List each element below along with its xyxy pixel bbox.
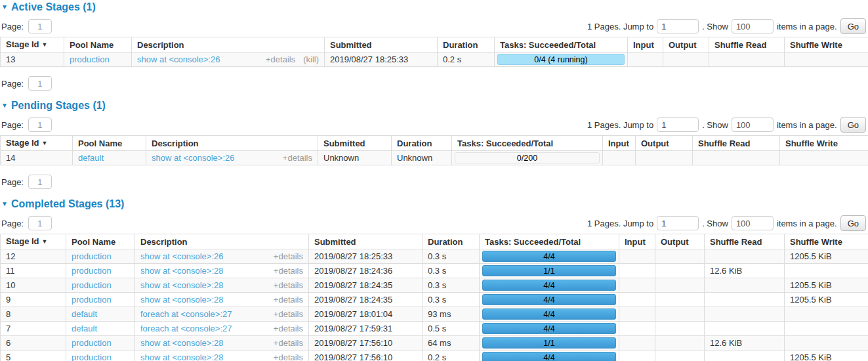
kill-link[interactable]: (kill) (303, 54, 319, 64)
column-header-pool-name[interactable]: Pool Name (64, 37, 132, 53)
show-label: . Show (702, 22, 728, 32)
details-toggle[interactable]: +details (283, 153, 312, 163)
description-cell: foreach at <console>:27+details (135, 307, 309, 322)
column-header-tasks-succeeded-total[interactable]: Tasks: Succeeded/Total (495, 37, 628, 53)
stage-description-link[interactable]: show at <console>:28 (140, 295, 223, 305)
column-header-output[interactable]: Output (655, 234, 705, 249)
stage-row: 12productionshow at <console>:26+details… (1, 249, 868, 264)
pool-name-link[interactable]: production (72, 338, 112, 348)
stage-description-link[interactable]: show at <console>:28 (140, 352, 223, 361)
page-number-input[interactable] (28, 76, 52, 91)
column-header-output[interactable]: Output (636, 136, 693, 151)
duration-cell: 0.2 s (438, 53, 495, 67)
pool-name-link[interactable]: production (72, 352, 112, 361)
column-header-input[interactable]: Input (628, 37, 663, 53)
stage-description-link[interactable]: show at <console>:28 (140, 280, 223, 290)
details-toggle[interactable]: +details (274, 266, 303, 276)
details-toggle[interactable]: +details (274, 295, 303, 305)
column-header-label: Description (152, 138, 199, 148)
column-header-duration[interactable]: Duration (423, 234, 480, 249)
stage-description-link[interactable]: show at <console>:26 (137, 54, 220, 64)
description-actions: +details (274, 324, 303, 333)
column-header-duration[interactable]: Duration (438, 37, 495, 53)
column-header-label: Output (661, 237, 689, 247)
stage-description-link[interactable]: show at <console>:26 (140, 251, 223, 261)
pending-stages-heading[interactable]: ▼Pending Stages (1) (1, 100, 867, 112)
column-header-shuffle-write[interactable]: Shuffle Write (785, 234, 868, 249)
details-toggle[interactable]: +details (274, 324, 303, 333)
output-cell (655, 322, 705, 336)
column-header-duration[interactable]: Duration (392, 136, 452, 151)
column-header-description[interactable]: Description (146, 136, 318, 151)
stage-description-link[interactable]: show at <console>:26 (152, 153, 234, 163)
stage-description-link[interactable]: show at <console>:28 (140, 266, 223, 276)
sort-desc-icon: ▼ (42, 140, 48, 146)
column-header-label: Duration (397, 138, 432, 148)
column-header-shuffle-read[interactable]: Shuffle Read (709, 37, 785, 53)
description-content: show at <console>:26+details (152, 153, 312, 163)
completed-stages-heading[interactable]: ▼Completed Stages (13) (1, 198, 867, 210)
pool-name-link[interactable]: production (72, 280, 112, 290)
stage-description-link[interactable]: show at <console>:28 (140, 338, 223, 348)
column-header-shuffle-read[interactable]: Shuffle Read (693, 136, 780, 151)
task-progress-bar: 0/4 (4 running) (497, 54, 625, 65)
column-header-submitted[interactable]: Submitted (309, 234, 423, 249)
details-toggle[interactable]: +details (266, 54, 295, 64)
description-content: show at <console>:28+details (140, 266, 303, 276)
description-actions: +details (274, 266, 303, 276)
column-header-description[interactable]: Description (132, 37, 325, 53)
jump-to-page-input[interactable] (657, 216, 699, 230)
column-header-shuffle-read[interactable]: Shuffle Read (705, 234, 785, 249)
column-header-stage-id[interactable]: Stage Id▼ (1, 136, 73, 151)
stage-description-link[interactable]: foreach at <console>:27 (140, 324, 232, 333)
column-header-submitted[interactable]: Submitted (325, 37, 438, 53)
sort-desc-icon: ▼ (42, 238, 48, 245)
details-toggle[interactable]: +details (274, 338, 303, 348)
column-header-pool-name[interactable]: Pool Name (73, 136, 146, 151)
column-header-input[interactable]: Input (619, 234, 655, 249)
active-stages-heading[interactable]: ▼Active Stages (1) (1, 1, 867, 13)
details-toggle[interactable]: +details (274, 309, 303, 319)
column-header-label: Stage Id (6, 138, 39, 148)
jump-to-page-input[interactable] (657, 19, 699, 33)
input-cell (619, 307, 655, 322)
task-progress-label: 4/4 (543, 281, 554, 290)
column-header-label: Tasks: Succeeded/Total (457, 138, 553, 148)
pool-name-link[interactable]: default (72, 324, 97, 333)
details-toggle[interactable]: +details (274, 352, 303, 361)
column-header-tasks-succeeded-total[interactable]: Tasks: Succeeded/Total (480, 234, 619, 249)
pool-name-link[interactable]: production (72, 251, 112, 261)
go-button[interactable]: Go (840, 117, 866, 133)
pool-name-link[interactable]: default (78, 153, 104, 163)
page-number-input[interactable] (28, 117, 52, 132)
items-per-page-input[interactable] (732, 19, 774, 33)
column-header-stage-id[interactable]: Stage Id▼ (1, 234, 66, 249)
column-header-tasks-succeeded-total[interactable]: Tasks: Succeeded/Total (452, 136, 603, 151)
pool-name-link[interactable]: production (72, 295, 112, 305)
page-number-input[interactable] (28, 175, 52, 189)
pool-name-link[interactable]: default (72, 309, 97, 319)
jump-to-page-input[interactable] (657, 117, 699, 132)
go-button[interactable]: Go (840, 215, 866, 231)
column-header-shuffle-write[interactable]: Shuffle Write (785, 37, 868, 53)
stage-description-link[interactable]: foreach at <console>:27 (140, 309, 232, 319)
column-header-description[interactable]: Description (135, 234, 309, 249)
column-header-shuffle-write[interactable]: Shuffle Write (780, 136, 868, 151)
column-header-input[interactable]: Input (603, 136, 636, 151)
pool-name-link[interactable]: production (72, 266, 112, 276)
column-header-label: Duration (443, 40, 478, 50)
details-toggle[interactable]: +details (274, 251, 303, 261)
items-per-page-input[interactable] (732, 117, 774, 132)
page-number-input[interactable] (28, 216, 52, 230)
section-completed-stages: ▼Completed Stages (13) Page: 1 Pages. Ju… (0, 198, 868, 361)
details-toggle[interactable]: +details (274, 280, 303, 290)
pool-name-link[interactable]: production (70, 54, 110, 64)
items-per-page-input[interactable] (732, 216, 774, 230)
column-header-pool-name[interactable]: Pool Name (66, 234, 135, 249)
go-button[interactable]: Go (840, 18, 866, 34)
column-header-output[interactable]: Output (663, 37, 709, 53)
task-progress-bar: 4/4 (482, 294, 616, 305)
column-header-stage-id[interactable]: Stage Id▼ (1, 37, 64, 53)
column-header-submitted[interactable]: Submitted (318, 136, 392, 151)
page-number-input[interactable] (28, 19, 52, 33)
